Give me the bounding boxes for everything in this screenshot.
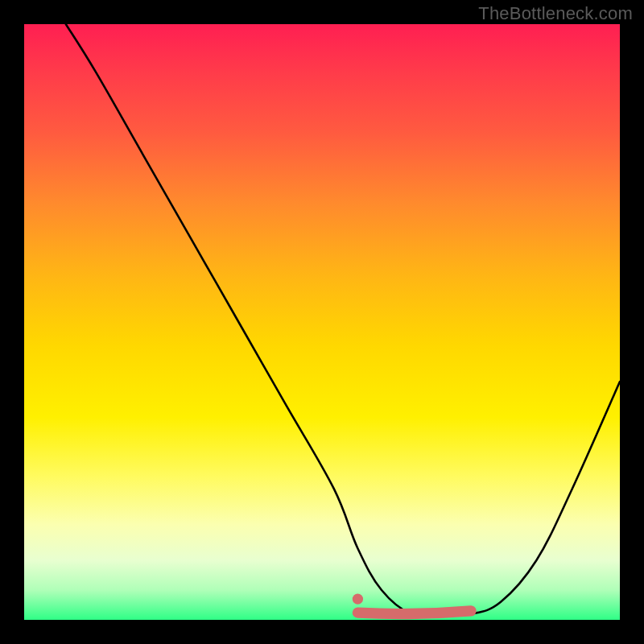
chart-svg [24,24,620,620]
watermark-text: TheBottleneck.com [478,3,633,24]
bottleneck-curve [66,24,620,616]
chart-frame: TheBottleneck.com [0,0,644,644]
highlight-dot [353,593,363,604]
highlight-segment [357,611,471,614]
